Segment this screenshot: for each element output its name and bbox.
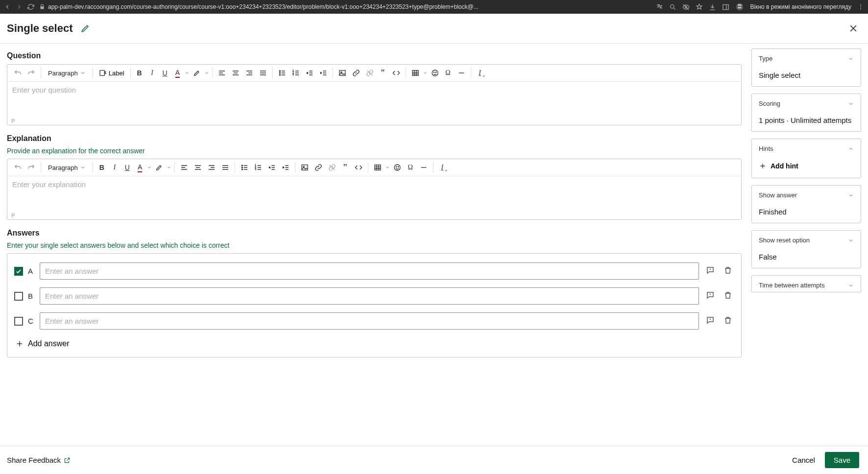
align-left-button[interactable] [178, 162, 191, 173]
block-style-label: Paragraph [48, 70, 78, 77]
special-char-button[interactable]: Ω [442, 67, 454, 79]
code-button[interactable] [352, 162, 365, 173]
underline-button[interactable]: U [159, 67, 171, 79]
card-time-between-header[interactable]: Time between attempts [759, 282, 854, 289]
feedback-button[interactable] [704, 264, 717, 278]
chevron-down-icon [80, 70, 86, 76]
chevron-down-icon[interactable] [204, 71, 209, 75]
add-hint-button[interactable]: Add hint [759, 161, 798, 171]
add-answer-button[interactable]: Add answer [14, 337, 71, 350]
card-show-reset-header[interactable]: Show reset option [759, 237, 854, 244]
hr-button[interactable] [417, 162, 430, 173]
chevron-down-icon[interactable] [423, 71, 428, 75]
url-bar[interactable]: app-palm-dev.raccoongang.com/course-auth… [39, 3, 651, 10]
answer-input[interactable] [40, 312, 699, 330]
answer-correct-checkbox[interactable] [14, 292, 23, 301]
blockquote-button[interactable]: " [339, 162, 351, 173]
redo-button[interactable] [25, 67, 38, 79]
align-justify-button[interactable] [257, 67, 269, 79]
bold-button[interactable]: B [134, 67, 145, 79]
highlight-button[interactable] [153, 162, 166, 173]
emoji-button[interactable] [391, 162, 404, 173]
align-center-button[interactable] [192, 162, 204, 173]
nav-forward-icon[interactable] [16, 3, 23, 10]
nav-reload-icon[interactable] [27, 3, 34, 10]
question-body[interactable]: Enter your question [7, 82, 741, 117]
chevron-down-icon[interactable] [167, 165, 171, 170]
delete-answer-button[interactable] [722, 264, 734, 278]
zoom-icon[interactable] [669, 3, 676, 11]
link-button[interactable] [350, 67, 362, 79]
panel-icon[interactable] [722, 3, 729, 11]
table-button[interactable] [409, 67, 422, 79]
nav-back-icon[interactable] [4, 3, 11, 10]
outdent-button[interactable] [265, 162, 278, 173]
card-hints-header[interactable]: Hints [759, 145, 854, 152]
align-right-button[interactable] [243, 67, 256, 79]
emoji-button[interactable] [429, 67, 441, 79]
answer-correct-checkbox[interactable] [14, 317, 23, 326]
card-type-header[interactable]: Type [759, 55, 854, 62]
number-list-button[interactable]: 123 [289, 67, 302, 79]
menu-dots-icon[interactable] [857, 3, 864, 10]
feedback-button[interactable] [704, 289, 717, 303]
align-right-button[interactable] [205, 162, 218, 173]
unlink-button[interactable] [363, 67, 376, 79]
block-style-select[interactable]: Paragraph [44, 163, 90, 172]
explanation-body[interactable]: Enter your explanation [7, 176, 741, 212]
align-left-button[interactable] [216, 67, 228, 79]
underline-button[interactable]: U [121, 162, 133, 173]
answer-correct-checkbox[interactable] [14, 267, 23, 276]
italic-button[interactable]: I [146, 67, 158, 79]
font-color-button[interactable]: A [134, 162, 146, 173]
chevron-down-icon[interactable] [385, 165, 390, 170]
close-button[interactable] [846, 22, 860, 35]
bold-button[interactable]: B [96, 162, 108, 173]
chevron-down-icon[interactable] [185, 71, 190, 75]
table-button[interactable] [371, 162, 384, 173]
undo-button[interactable] [11, 162, 24, 173]
align-justify-button[interactable] [219, 162, 232, 173]
label-button[interactable]: Label [96, 68, 127, 78]
special-char-button[interactable]: Ω [405, 162, 416, 173]
font-color-button[interactable]: A [172, 67, 184, 79]
clear-format-button[interactable]: I× [436, 162, 448, 173]
outdent-button[interactable] [303, 67, 316, 79]
undo-button[interactable] [11, 67, 24, 79]
indent-button[interactable] [279, 162, 292, 173]
number-list-button[interactable]: 123 [252, 162, 265, 173]
image-button[interactable] [336, 67, 349, 79]
redo-button[interactable] [25, 162, 38, 173]
image-button[interactable] [298, 162, 311, 173]
code-button[interactable] [390, 67, 403, 79]
download-icon[interactable] [709, 3, 716, 11]
delete-answer-button[interactable] [722, 314, 734, 328]
bullet-list-button[interactable] [276, 67, 289, 79]
blockquote-button[interactable]: " [377, 67, 389, 79]
clear-format-button[interactable]: I× [474, 67, 486, 79]
plus-icon [759, 162, 767, 170]
indent-button[interactable] [317, 67, 330, 79]
unlink-button[interactable] [326, 162, 338, 173]
chevron-down-icon[interactable] [147, 165, 152, 170]
card-show-answer-header[interactable]: Show answer [759, 191, 854, 199]
edit-title-button[interactable] [79, 22, 92, 35]
translate-icon[interactable] [656, 3, 663, 11]
italic-button[interactable]: I [109, 162, 121, 173]
answer-input[interactable] [40, 287, 699, 305]
align-center-button[interactable] [229, 67, 242, 79]
eye-off-icon[interactable] [682, 3, 690, 11]
card-scoring-header[interactable]: Scoring [759, 100, 854, 107]
link-button[interactable] [312, 162, 325, 173]
bullet-list-button[interactable] [238, 162, 251, 173]
hr-button[interactable] [455, 67, 468, 79]
bookmark-star-icon[interactable] [696, 3, 703, 11]
label-icon [99, 69, 107, 77]
question-heading: Question [7, 51, 742, 60]
delete-answer-button[interactable] [722, 289, 734, 303]
block-style-label: Paragraph [48, 164, 78, 171]
block-style-select[interactable]: Paragraph [44, 69, 90, 78]
highlight-button[interactable] [191, 67, 203, 79]
answer-input[interactable] [40, 262, 699, 280]
feedback-button[interactable] [704, 314, 717, 328]
